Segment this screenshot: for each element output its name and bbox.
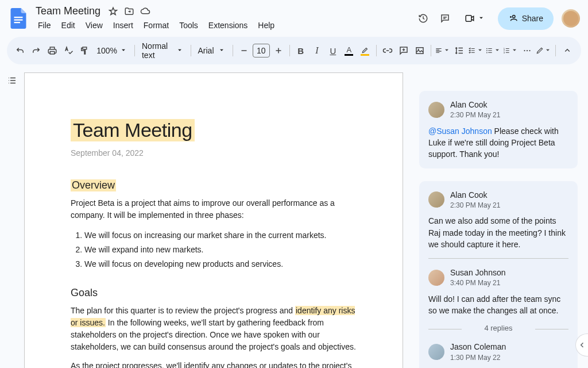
svg-rect-0 <box>14 17 23 18</box>
move-icon[interactable] <box>123 6 135 17</box>
menu-format[interactable]: Format <box>139 18 173 32</box>
svg-rect-1 <box>14 20 23 21</box>
comment-author: Alan Cook <box>450 189 500 201</box>
svg-point-12 <box>529 50 530 51</box>
italic-button[interactable]: I <box>310 43 324 59</box>
paint-format-button[interactable] <box>77 43 92 59</box>
chevron-down-icon <box>510 46 519 56</box>
add-comment-button[interactable] <box>396 43 411 59</box>
svg-point-11 <box>527 50 528 51</box>
bullet-list-button[interactable] <box>485 43 501 59</box>
svg-point-4 <box>486 48 488 49</box>
comments-icon[interactable] <box>438 12 452 25</box>
text-color-button[interactable]: A <box>342 43 357 59</box>
outline-sidebar <box>0 72 24 368</box>
link-button[interactable] <box>380 43 395 59</box>
menu-help[interactable]: Help <box>253 18 279 32</box>
comment-text: Can we also add some of the points Raj m… <box>428 215 568 250</box>
doc-heading-goals: Goals <box>71 287 357 299</box>
style-select[interactable]: Normal text <box>138 39 187 62</box>
doc-overview-body: Project Beta is a project that aims to i… <box>71 197 357 221</box>
menu-extensions[interactable]: Extensions <box>204 18 252 32</box>
workspace: Team Meeting September 04, 2022 Overview… <box>0 64 588 368</box>
underline-button[interactable]: U <box>326 43 341 59</box>
fontsize-input[interactable]: 10 <box>253 44 270 57</box>
avatar <box>428 102 444 118</box>
comment-text: @Susan Johnson Please check with Luke if… <box>428 125 568 160</box>
chevron-down-icon <box>443 46 451 56</box>
spellcheck-button[interactable] <box>61 43 76 59</box>
checklist-button[interactable] <box>468 43 484 59</box>
align-button[interactable] <box>435 43 451 59</box>
menu-edit[interactable]: Edit <box>57 18 80 32</box>
doc-phases-list: We will focus on increasing our market s… <box>84 228 357 272</box>
svg-text:3: 3 <box>504 51 505 54</box>
user-avatar[interactable] <box>562 9 580 28</box>
line-spacing-button[interactable] <box>452 43 467 59</box>
fontsize-increase-button[interactable] <box>271 43 286 59</box>
numbered-list-button[interactable]: 123 <box>502 43 519 59</box>
comment-thread[interactable]: Alan Cook 2:30 PM May 21 Can we also add… <box>419 181 578 368</box>
share-button[interactable]: Share <box>498 7 554 30</box>
svg-point-6 <box>486 52 488 53</box>
document-page[interactable]: Team Meeting September 04, 2022 Overview… <box>24 72 403 368</box>
avatar <box>428 270 444 286</box>
history-icon[interactable] <box>416 12 430 25</box>
chevron-down-icon <box>119 46 127 56</box>
comment-card[interactable]: Alan Cook 2:30 PM May 21 @Susan Johnson … <box>419 91 578 168</box>
comment-time: 2:30 PM May 21 <box>450 201 500 210</box>
bold-button[interactable]: B <box>293 43 308 59</box>
people-icon <box>508 13 519 25</box>
print-button[interactable] <box>45 43 60 59</box>
editing-mode-button[interactable] <box>536 43 552 59</box>
comment-author: Alan Cook <box>450 99 500 110</box>
comment-author: Jason Coleman <box>450 341 506 352</box>
cloud-saved-icon[interactable] <box>140 6 151 17</box>
comment-time: 3:40 PM May 21 <box>450 278 506 288</box>
comment-text: Will do! I can add after the team sync s… <box>428 293 568 317</box>
share-label: Share <box>522 14 543 23</box>
svg-rect-2 <box>14 22 21 23</box>
mention[interactable]: @Susan Johnson <box>428 126 492 136</box>
more-button[interactable] <box>520 43 535 59</box>
chevron-down-icon <box>477 14 485 24</box>
replies-count[interactable]: 4 replies <box>428 323 568 334</box>
doc-date: September 04, 2022 <box>71 148 357 158</box>
zoom-select[interactable]: 100% <box>93 44 131 58</box>
redo-button[interactable] <box>29 43 44 59</box>
insert-image-button[interactable] <box>412 43 427 59</box>
chevron-down-icon <box>493 46 501 56</box>
avatar <box>428 191 444 208</box>
comments-panel: Alan Cook 2:30 PM May 21 @Susan Johnson … <box>403 72 588 368</box>
docs-logo[interactable] <box>8 8 29 29</box>
outline-toggle-icon[interactable] <box>4 72 20 89</box>
chevron-down-icon <box>476 46 484 56</box>
chevron-down-icon <box>544 46 552 56</box>
menu-view[interactable]: View <box>81 18 107 32</box>
document-title[interactable]: Team Meeting <box>33 5 103 18</box>
font-select[interactable]: Arial <box>194 44 229 58</box>
title-area: Team Meeting File Edit View Insert Forma… <box>33 5 412 32</box>
app-header: Team Meeting File Edit View Insert Forma… <box>0 0 588 32</box>
toolbar: 100% Normal text Arial 10 B I U A 123 <box>7 37 581 64</box>
star-icon[interactable] <box>107 6 119 17</box>
menu-bar: File Edit View Insert Format Tools Exten… <box>33 18 412 32</box>
meet-button[interactable] <box>460 10 490 27</box>
header-right: Share <box>416 7 580 30</box>
menu-tools[interactable]: Tools <box>175 18 203 32</box>
chevron-down-icon <box>218 46 226 56</box>
comment-time: 2:30 PM May 21 <box>450 110 500 120</box>
highlight-button[interactable] <box>358 43 373 59</box>
doc-goals-p2: As the project progresses, we'll identif… <box>71 360 357 368</box>
list-item: We will focus on developing new products… <box>84 257 357 271</box>
fontsize-decrease-button[interactable] <box>237 43 252 59</box>
list-item: We will expand into new markets. <box>84 243 357 257</box>
doc-heading-overview: Overview <box>71 179 116 191</box>
menu-file[interactable]: File <box>33 18 56 32</box>
menu-insert[interactable]: Insert <box>109 18 138 32</box>
svg-point-5 <box>486 50 488 51</box>
doc-heading-title: Team Meeting <box>71 119 195 141</box>
undo-button[interactable] <box>13 43 28 59</box>
collapse-toolbar-button[interactable] <box>559 43 575 59</box>
svg-point-3 <box>418 49 419 50</box>
